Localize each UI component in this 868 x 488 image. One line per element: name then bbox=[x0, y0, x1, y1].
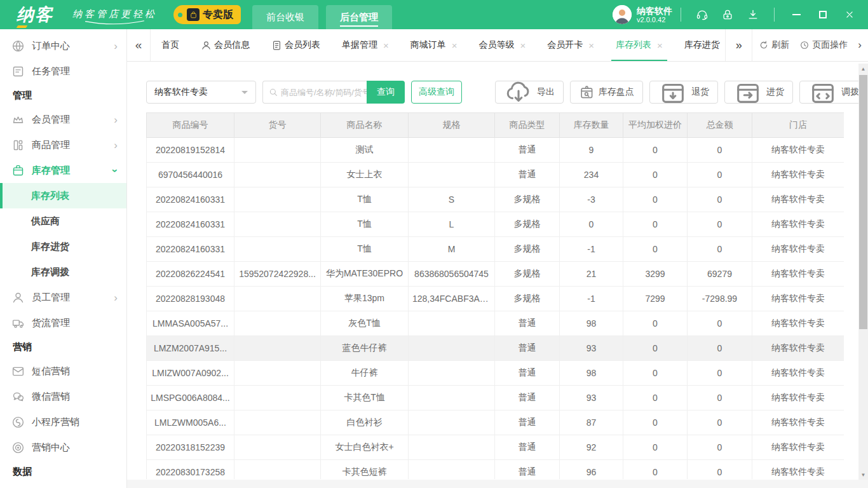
lock-icon[interactable] bbox=[715, 8, 740, 21]
sidebar-item[interactable]: 短信营销 bbox=[0, 358, 126, 384]
sidebar-item[interactable]: 库存管理› bbox=[0, 158, 126, 183]
sidebar-item[interactable]: 订单中心› bbox=[0, 33, 126, 58]
tab[interactable]: 会员信息 bbox=[190, 29, 261, 61]
customer-service-icon[interactable] bbox=[689, 8, 715, 21]
return-button[interactable]: 退货 bbox=[649, 81, 718, 104]
tab-close-icon[interactable]: × bbox=[520, 40, 526, 51]
top-nav: 前台收银 后台管理 bbox=[252, 5, 392, 29]
sidebar-item[interactable]: 微信营销 bbox=[0, 384, 126, 409]
tab-close-icon[interactable]: × bbox=[383, 40, 389, 51]
table-row[interactable]: 20220819152814测试普通900纳客软件专卖 bbox=[147, 138, 844, 163]
download-icon[interactable] bbox=[740, 8, 766, 21]
table-row[interactable]: LMZM2007A915...蓝色牛仔裤普通9300纳客软件专卖 bbox=[147, 336, 844, 361]
action-label: 进货 bbox=[766, 86, 784, 98]
maximize-button[interactable] bbox=[810, 0, 836, 29]
sidebar-item[interactable]: 统计报表› bbox=[0, 483, 126, 488]
tabs-collapse-button[interactable]: « bbox=[127, 29, 151, 61]
open-tabs: 首页会员信息会员列表单据管理×商城订单×会员等级×会员开卡×库存列表×库存进货× bbox=[151, 29, 725, 61]
close-button[interactable] bbox=[836, 0, 863, 29]
table-cell: 0 bbox=[688, 361, 752, 386]
tab[interactable]: 库存进货× bbox=[674, 29, 726, 61]
table-row[interactable]: LMSPG006A8084...卡其色T恤普通9300纳客软件专卖 bbox=[147, 386, 844, 410]
scroll-up-icon[interactable]: ▲ bbox=[858, 64, 868, 74]
export-button[interactable]: 导出 bbox=[495, 81, 564, 104]
table-cell: -1 bbox=[560, 287, 623, 311]
avatar[interactable] bbox=[613, 5, 632, 24]
tab[interactable]: 单据管理× bbox=[331, 29, 400, 61]
table-row[interactable]: 20220830173258卡其色短裤普通9600纳客软件专卖 bbox=[147, 460, 844, 480]
table-row[interactable]: 20220828193048苹果13pm128,34FCABF3A1...多规格… bbox=[147, 287, 844, 311]
sidebar-item[interactable]: 会员管理› bbox=[0, 107, 126, 132]
transfer-button[interactable]: 调拨 bbox=[799, 81, 868, 104]
table-cell: 苹果13pm bbox=[321, 287, 409, 311]
table-cell: 纳客软件专卖 bbox=[752, 410, 844, 435]
tabs-expand-button[interactable]: » bbox=[725, 29, 752, 61]
page-operations-button[interactable]: 页面操作 bbox=[799, 39, 848, 51]
store-select[interactable]: 纳客软件专卖 bbox=[146, 81, 256, 104]
badge-hole-icon bbox=[178, 13, 182, 17]
tab[interactable]: 会员列表 bbox=[261, 29, 331, 61]
wechat-icon bbox=[11, 390, 25, 403]
table-cell: 纳客软件专卖 bbox=[752, 212, 844, 237]
table-row[interactable]: 2022082622454115952072422928...华为MATE30E… bbox=[147, 262, 844, 287]
sidebar-item-label: 商品管理 bbox=[32, 139, 70, 151]
tab-close-icon[interactable]: × bbox=[452, 40, 458, 51]
sidebar-subitem[interactable]: 库存列表 bbox=[0, 183, 126, 208]
refresh-button[interactable]: 刷新 bbox=[759, 39, 789, 51]
tab[interactable]: 商城订单× bbox=[400, 29, 468, 61]
sidebar-subitem[interactable]: 供应商 bbox=[0, 208, 126, 234]
sidebar-item[interactable]: 营销中心 bbox=[0, 435, 126, 460]
column-header: 商品编号 bbox=[147, 113, 234, 138]
table-cell: 98 bbox=[560, 311, 623, 336]
table-row[interactable]: 20220824160331T恤S多规格-300纳客软件专卖 bbox=[147, 187, 844, 212]
sidebar-subitem[interactable]: 库存调拨 bbox=[0, 259, 126, 285]
tab[interactable]: 会员开卡× bbox=[536, 29, 605, 61]
advanced-search-button[interactable]: 高级查询 bbox=[411, 81, 462, 104]
sidebar-item-label: 任务管理 bbox=[32, 65, 70, 78]
sidebar-item[interactable]: 商品管理› bbox=[0, 132, 126, 158]
tab[interactable]: 库存列表× bbox=[605, 29, 674, 61]
stocktake-button[interactable]: 库存盘点 bbox=[570, 81, 643, 104]
table-cell: 多规格 bbox=[495, 262, 560, 287]
tab-tools: » 刷新 页面操作 › bbox=[725, 29, 868, 61]
table-cell: T恤 bbox=[321, 187, 409, 212]
scroll-down-icon[interactable]: ▼ bbox=[858, 470, 868, 480]
tab[interactable]: 会员等级× bbox=[468, 29, 537, 61]
minimize-button[interactable] bbox=[783, 0, 810, 29]
search-input[interactable] bbox=[281, 88, 367, 97]
table-row[interactable]: LMIZW007A0902...牛仔裤普通9800纳客软件专卖 bbox=[147, 361, 844, 386]
table-row[interactable]: 6970456440016女士上衣普通23400纳客软件专卖 bbox=[147, 163, 844, 187]
sidebar-item[interactable]: 小程序营销 bbox=[0, 409, 126, 435]
table-cell: 234 bbox=[560, 163, 623, 187]
table-row[interactable]: LMMASA005A57...灰色T恤普通9800纳客软件专卖 bbox=[147, 311, 844, 336]
table-cell: 93 bbox=[560, 336, 623, 361]
nav-back-office[interactable]: 后台管理 bbox=[326, 5, 392, 29]
user-name: 纳客软件 bbox=[637, 6, 672, 16]
table-row[interactable]: 20220824160331T恤M多规格-100纳客软件专卖 bbox=[147, 237, 844, 262]
table-cell: 普通 bbox=[495, 460, 560, 480]
export-icon bbox=[504, 78, 533, 107]
sidebar-item[interactable]: 货流管理 bbox=[0, 310, 126, 336]
app-version: v2.0.0.42 bbox=[637, 16, 672, 24]
sidebar-item[interactable]: 任务管理 bbox=[0, 58, 126, 84]
nav-front-desk[interactable]: 前台收银 bbox=[252, 5, 318, 29]
tab-close-icon[interactable]: × bbox=[657, 40, 663, 51]
tab[interactable]: 首页 bbox=[151, 29, 190, 61]
tab-close-icon[interactable]: × bbox=[588, 40, 594, 51]
scrollbar-thumb[interactable] bbox=[859, 75, 867, 329]
more-arrow-icon[interactable]: › bbox=[858, 39, 862, 51]
transfer-icon bbox=[808, 78, 837, 107]
table-cell: -1 bbox=[560, 237, 623, 262]
purchase-button[interactable]: 进货 bbox=[724, 81, 793, 104]
vertical-scrollbar[interactable]: ▲ ▼ bbox=[858, 64, 868, 480]
sidebar-subitem[interactable]: 库存进货 bbox=[0, 234, 126, 259]
inventory-table: 商品编号货号商品名称规格商品类型库存数量平均加权进价总金额门店202208191… bbox=[146, 112, 844, 479]
search-icon bbox=[268, 87, 278, 97]
table-row[interactable]: 20220318152239女士白色衬衣+普通9200纳客软件专卖 bbox=[147, 435, 844, 460]
sidebar-item[interactable]: 员工管理› bbox=[0, 285, 126, 310]
task-icon bbox=[11, 65, 25, 78]
table-row[interactable]: LMLZWM005A6...白色衬衫普通8700纳客软件专卖 bbox=[147, 410, 844, 435]
table-row[interactable]: 20220824160331T恤L多规格000纳客软件专卖 bbox=[147, 212, 844, 237]
search-button[interactable]: 查询 bbox=[367, 81, 405, 104]
chevron-right-icon: › bbox=[111, 168, 121, 172]
